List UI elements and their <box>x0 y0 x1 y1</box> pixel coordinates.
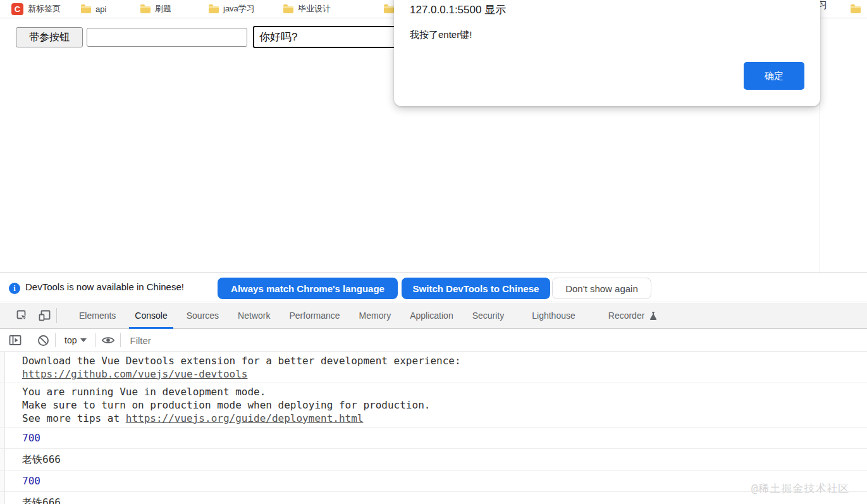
bookmark-label: 新标签页 <box>28 3 61 15</box>
console-text: 老铁666 <box>22 453 61 465</box>
bookmark-label: api <box>95 4 106 14</box>
bookmark-folder-biyesheji[interactable]: 毕业设计 <box>283 0 331 18</box>
context-selector[interactable]: top <box>61 335 90 345</box>
toolbar-separator <box>95 333 96 347</box>
devtools-panel: i DevTools is now available in Chinese! … <box>0 273 867 504</box>
inspect-element-icon[interactable] <box>16 309 28 322</box>
tab-elements[interactable]: Elements <box>70 303 125 329</box>
devtools-infobar: i DevTools is now available in Chinese! … <box>0 274 867 302</box>
tab-application[interactable]: Application <box>400 303 463 329</box>
console-number: 700 <box>22 432 40 444</box>
dialog-ok-button[interactable]: 确定 <box>744 62 804 90</box>
console-text: You are running Vue in development mode. <box>22 385 867 398</box>
console-number: 700 <box>22 475 40 487</box>
console-message: 700 <box>0 470 867 492</box>
switch-to-chinese-button[interactable]: Switch DevTools to Chinese <box>402 278 550 299</box>
console-sidebar-toggle-icon[interactable] <box>8 333 22 347</box>
bookmark-folder-api[interactable]: api <box>81 0 106 18</box>
tab-network[interactable]: Network <box>228 303 280 329</box>
console-text: Make sure to turn on production mode whe… <box>22 398 867 412</box>
browser-window: C 新标签页 api 刷题 java学习 毕业设计 习 带参按钮 <box>0 0 867 504</box>
dont-show-again-button[interactable]: Don't show again <box>552 278 651 299</box>
toolbar-separator <box>120 333 121 347</box>
alert-dialog: 127.0.0.1:5500 显示 我按了enter键! 确定 <box>394 0 820 106</box>
watermark: @稀土掘金技术社区 <box>751 481 849 496</box>
info-icon: i <box>9 283 20 294</box>
bookmark-folder-shuati[interactable]: 刷题 <box>140 0 171 18</box>
folder-icon <box>384 6 394 13</box>
console-message: You are running Vue in development mode.… <box>0 383 867 427</box>
dialog-message: 我按了enter键! <box>410 29 472 41</box>
console-filter-input[interactable] <box>130 332 867 348</box>
devtools-tabbar: Elements Console Sources Network Perform… <box>0 303 867 329</box>
live-expression-eye-icon[interactable] <box>101 333 115 347</box>
tab-memory[interactable]: Memory <box>350 303 401 329</box>
bookmark-folder-hidden[interactable] <box>384 0 394 18</box>
tab-console[interactable]: Console <box>125 303 176 329</box>
bookmark-label: java学习 <box>223 3 255 15</box>
console-messages: Download the Vue Devtools extension for … <box>0 352 867 504</box>
bookmark-label: 毕业设计 <box>298 3 331 15</box>
c-logo-icon: C <box>11 3 23 15</box>
infobar-message: DevTools is now available in Chinese! <box>25 281 184 292</box>
bookmark-label: 刷题 <box>155 3 171 15</box>
tab-recorder[interactable]: Recorder <box>599 303 667 329</box>
console-toolbar: top <box>0 329 867 352</box>
bookmark-folder-right[interactable] <box>851 0 861 18</box>
toolbar-separator <box>56 308 57 323</box>
console-link[interactable]: https://vuejs.org/guide/deployment.html <box>126 412 364 424</box>
device-toolbar-icon[interactable] <box>39 309 51 322</box>
param-button[interactable]: 带参按钮 <box>16 27 83 47</box>
folder-icon <box>209 6 219 13</box>
folder-icon <box>140 6 151 13</box>
folder-icon <box>851 6 861 13</box>
console-message: 老铁666 <box>0 449 867 470</box>
tab-sources[interactable]: Sources <box>177 303 228 329</box>
console-text: Download the Vue Devtools extension for … <box>22 354 867 367</box>
folder-icon <box>283 6 293 13</box>
console-message: Download the Vue Devtools extension for … <box>0 352 867 383</box>
console-message: 老铁666 <box>0 492 867 504</box>
context-label: top <box>65 335 77 345</box>
console-message: 700 <box>0 427 867 449</box>
clear-console-icon[interactable] <box>36 333 50 347</box>
text-input-empty[interactable] <box>87 28 247 47</box>
bookmark-new-tab[interactable]: C 新标签页 <box>11 0 61 18</box>
console-text: 老铁666 <box>22 496 61 504</box>
folder-icon <box>81 6 91 13</box>
tab-security[interactable]: Security <box>463 303 514 329</box>
bookmark-folder-java[interactable]: java学习 <box>209 0 255 18</box>
tab-performance[interactable]: Performance <box>280 303 349 329</box>
tab-lighthouse[interactable]: Lighthouse <box>522 303 585 329</box>
console-link[interactable]: https://github.com/vuejs/vue-devtools <box>22 368 247 380</box>
text-input-greeting[interactable] <box>253 26 398 48</box>
toolbar-separator <box>55 333 56 347</box>
dialog-title: 127.0.0.1:5500 显示 <box>410 3 506 17</box>
experiment-flask-icon <box>649 311 657 321</box>
always-match-language-button[interactable]: Always match Chrome's language <box>218 278 398 299</box>
chevron-down-icon <box>80 338 87 342</box>
console-text: See more tips at <box>22 412 126 424</box>
